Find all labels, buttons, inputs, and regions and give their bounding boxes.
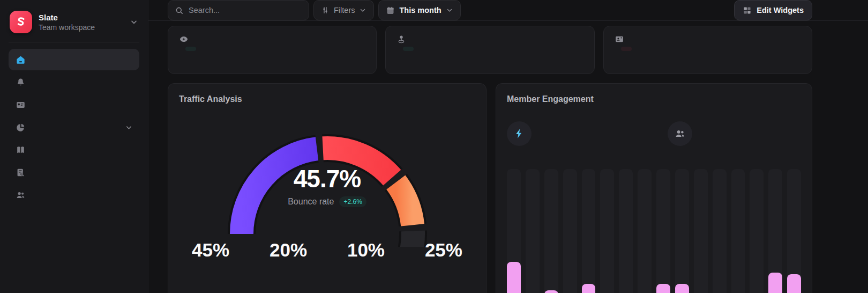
contact-icon [615,34,624,44]
bar-track [675,169,689,293]
bar [582,284,596,293]
member-engagement-card: Member Engagement [496,83,812,293]
edit-widgets-label: Edit Widgets [757,6,804,14]
gauge-segment-labels: 45%20%10%25% [168,239,486,261]
engagement-title: Member Engagement [507,94,801,104]
slate-logo-glyph [14,16,27,28]
bar [656,284,670,293]
bar-track [619,169,633,293]
traffic-title: Traffic Analysis [179,94,475,104]
search-box[interactable] [168,0,309,20]
gauge-center: 45.7% Bounce rate +2.6% [201,164,453,207]
widgets-row: Traffic Analysis 45.7% Bounce rate +2.6%… [168,83,812,293]
sidebar-item-dashboard[interactable] [9,49,139,70]
engagement-stats [507,121,801,146]
stat-delta-badge [403,47,414,51]
chevron-down-icon[interactable] [130,18,138,26]
pie-icon [15,122,26,133]
bar-track [787,169,801,293]
bounce-rate-value: 45.7% [201,164,453,193]
workspace-type: Team workspace [39,23,95,32]
book-icon [15,144,26,155]
sliders-icon [321,6,330,14]
stat-card-subscribers [603,26,812,74]
sidebar-item-members[interactable] [9,184,139,206]
topbar: Filters This month Edit Widgets [148,0,868,21]
sidebar-item-analytics[interactable] [9,116,139,138]
gauge-label: 10% [347,239,385,261]
people-icon [668,121,692,146]
chevron-down-icon [125,123,133,131]
calendar-icon [386,6,395,15]
card-icon [15,99,26,110]
bar-track [750,169,764,293]
bar-track [582,169,596,293]
bar-track [768,169,782,293]
bounce-rate-delta: +2.6% [339,196,366,207]
bar-track [656,169,670,293]
home-icon [15,54,26,65]
traffic-analysis-card: Traffic Analysis 45.7% Bounce rate +2.6%… [168,83,487,293]
bar [507,262,521,293]
eye-icon [179,34,189,44]
bar [675,284,689,293]
bar-track [713,169,727,293]
gauge-chart: 45.7% Bounce rate +2.6% [201,106,453,247]
gauge-label: 45% [192,239,229,261]
filters-label: Filters [334,6,355,14]
bar [768,273,782,293]
bell-icon [15,77,26,87]
bar-track [507,169,521,293]
bar-track [694,169,708,293]
filters-button[interactable]: Filters [313,0,374,20]
bolt-icon [507,121,532,146]
sidebar-divider [9,42,139,42]
workspace-name: Slate [39,13,95,22]
sidebar-item-newsletter[interactable] [9,139,139,160]
edit-widgets-button[interactable]: Edit Widgets [734,0,812,20]
bounce-rate-label: Bounce rate [288,197,334,207]
bar-track [600,169,614,293]
engagement-stat-retention-rate [507,121,668,146]
people-icon [15,189,26,200]
bar-track [563,169,577,293]
grid-icon [743,6,752,15]
sidebar-item-seo[interactable] [9,162,139,183]
bar-track [638,169,652,293]
sidebar-item-content-manager[interactable] [9,94,139,115]
sidebar-nav [9,49,139,206]
workspace-switcher[interactable]: Slate Team workspace [9,10,139,41]
stat-card-unique-visitors [385,26,594,74]
slate-logo [10,11,32,33]
search-icon [175,6,184,15]
chevron-down-icon [359,6,366,14]
sidebar-item-notifications[interactable] [9,71,139,93]
period-label: This month [399,6,441,14]
stat-delta-badge [621,47,632,51]
gauge-label: 25% [425,239,462,261]
engagement-bar-chart [507,169,801,293]
seo-icon [15,167,26,178]
bar [787,274,801,293]
bar-track [731,169,745,293]
chevron-down-icon [446,6,453,14]
pin-icon [396,34,406,44]
stats-row [168,26,812,74]
bar-track [526,169,540,293]
engagement-stat-active-members [668,121,700,146]
sidebar: Slate Team workspace [0,0,148,293]
period-button[interactable]: This month [378,0,460,20]
stat-delta-badge [185,47,196,51]
gauge-label: 20% [270,239,307,261]
bar-track [544,169,558,293]
search-input[interactable] [189,6,302,14]
bar [544,290,558,293]
main-area: Filters This month Edit Widgets [148,0,868,293]
dashboard-content: Traffic Analysis 45.7% Bounce rate +2.6%… [148,21,868,293]
stat-card-total-views [168,26,377,74]
